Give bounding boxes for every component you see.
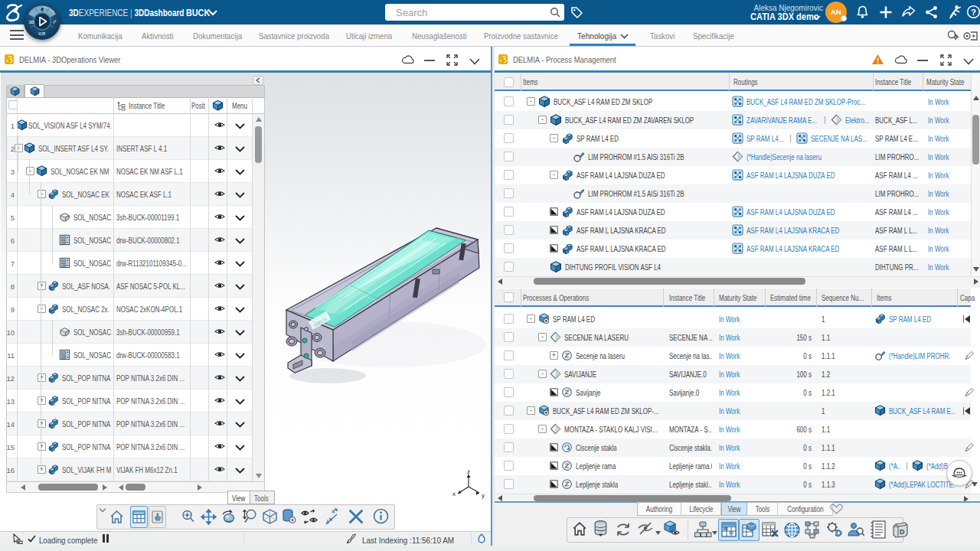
svg-text:3D: 3D: [29, 20, 35, 24]
svg-text:y: y: [482, 492, 485, 499]
svg-text:?: ?: [971, 8, 976, 17]
svg-text:x: x: [452, 491, 456, 497]
svg-text:i²: i²: [54, 20, 57, 24]
svg-text:V,R: V,R: [38, 31, 46, 36]
svg-text:z: z: [467, 470, 470, 475]
svg-text:D: D: [900, 528, 905, 536]
